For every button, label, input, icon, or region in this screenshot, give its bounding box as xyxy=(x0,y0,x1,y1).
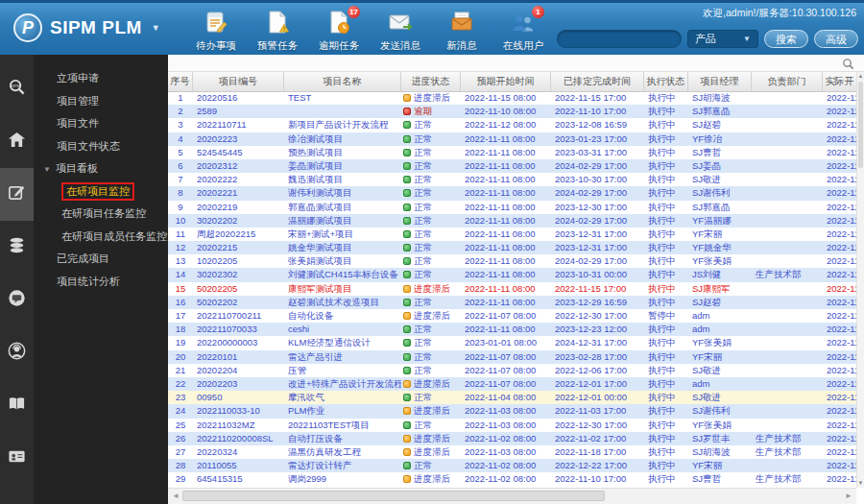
cell-project-code[interactable]: 10202205 xyxy=(193,254,284,268)
logo[interactable]: P SIPM PLM ▼ xyxy=(13,13,160,42)
table-row[interactable]: 2300950摩汛吹气正常2022-11-04 08:002022-12-01 … xyxy=(168,391,856,404)
table-row[interactable]: 18202211070033ceshi正常2022-11-11 08:00202… xyxy=(168,323,856,336)
cell-project-code[interactable]: 2589 xyxy=(193,105,284,118)
menu-item[interactable]: 项目统计分析 xyxy=(34,271,168,294)
toolbar-overdue-task[interactable]: 17逾期任务 xyxy=(308,10,370,53)
cell-project-name[interactable]: 调岗2999 xyxy=(284,472,401,486)
menu-item[interactable]: 项目文件状态 xyxy=(34,135,168,158)
column-header[interactable]: 项目编号 xyxy=(193,72,284,91)
table-row[interactable]: 19202200000003KLM经济型通信设计正常2023-01-01 08:… xyxy=(168,336,856,349)
menu-item[interactable]: 在研项目任务监控 xyxy=(34,203,168,226)
cell-project-name[interactable]: 温丽娜测试项目 xyxy=(284,214,401,228)
cell-project-name[interactable]: 20221103TEST项目 xyxy=(284,419,401,432)
cell-project-name[interactable]: 宋丽+测试+项目 xyxy=(284,228,401,241)
cell-project-code[interactable]: 50202205 xyxy=(193,282,284,296)
cell-project-name[interactable]: 温黑仿真研发工程 xyxy=(284,445,401,459)
toolbar-warning-task[interactable]: !预警任务 xyxy=(247,10,308,53)
cell-project-name[interactable]: TEST xyxy=(284,91,401,105)
table-row[interactable]: 1030202202温丽娜测试项目正常2022-11-11 08:002024-… xyxy=(168,214,856,228)
cell-project-name[interactable]: 自动化设备 xyxy=(284,309,401,323)
cell-project-name[interactable]: 自动打压设备 xyxy=(284,432,401,445)
cell-project-code[interactable]: 20110055 xyxy=(193,459,284,472)
cell-project-code[interactable]: 20220101 xyxy=(193,350,284,364)
column-header[interactable]: 预期开始时间 xyxy=(461,72,551,91)
column-header[interactable]: 项目名称 xyxy=(284,72,401,91)
scroll-left-icon[interactable]: ◄ xyxy=(172,489,180,504)
search-category-select[interactable]: 产品 ▼ xyxy=(687,30,758,48)
cell-project-name[interactable]: 康熙军测试项目 xyxy=(284,282,401,296)
cell-project-name[interactable]: 魏迅测试项目 xyxy=(284,173,401,186)
cell-project-name[interactable]: PLM作业 xyxy=(284,404,401,418)
cell-project-name[interactable]: 改进+特殊产品设计开发流程 xyxy=(284,377,401,391)
cell-project-code[interactable]: 00950 xyxy=(193,391,284,404)
cell-project-code[interactable]: 2022110033-10 xyxy=(193,404,284,418)
cell-project-name[interactable]: 姜晶测试项目 xyxy=(284,159,401,173)
menu-item[interactable]: 立项申请 xyxy=(34,67,168,90)
table-row[interactable]: 172022110700211自动化设备进度滞后2022-11-07 08:00… xyxy=(168,309,856,323)
column-header[interactable]: 负责部门 xyxy=(752,72,823,91)
cell-project-name[interactable]: 刘健测试CH415丰标台设备 xyxy=(284,268,401,281)
cell-project-name[interactable] xyxy=(284,105,401,118)
toolbar-send-message[interactable]: 发送消息 xyxy=(370,10,431,53)
cell-project-code[interactable]: 202211070033 xyxy=(193,323,284,336)
cell-project-name[interactable]: 摩汛吹气 xyxy=(284,391,401,404)
table-row[interactable]: 920202219郭嘉晶测试项目正常2022-11-11 08:002023-1… xyxy=(168,201,856,214)
rail-idcard-icon[interactable] xyxy=(0,432,34,485)
cell-project-code[interactable]: 20220516 xyxy=(193,91,284,105)
cell-project-code[interactable]: 20202219 xyxy=(193,201,284,214)
horizontal-scrollbar[interactable]: ◄ ► xyxy=(168,488,856,504)
cell-project-name[interactable]: 谢伟利测试项目 xyxy=(284,186,401,200)
table-row[interactable]: 1310202205张美娟测试项目正常2022-11-11 08:002024-… xyxy=(168,254,856,268)
cell-project-name[interactable]: 雷达产品引进 xyxy=(284,350,401,364)
table-row[interactable]: 820202221谢伟利测试项目正常2022-11-11 08:002024-0… xyxy=(168,186,856,200)
cell-project-name[interactable]: 赵碧测试技术改造项目 xyxy=(284,296,401,309)
cell-project-code[interactable]: 20202204 xyxy=(193,364,284,377)
toolbar-new-message[interactable]: 新消息 xyxy=(431,10,492,53)
cell-project-name[interactable]: 姚金华测试项目 xyxy=(284,241,401,254)
cell-project-name[interactable]: 郭嘉晶测试项目 xyxy=(284,201,401,214)
scroll-up-icon[interactable]: ▲ xyxy=(857,73,864,80)
chevron-down-icon[interactable]: ▼ xyxy=(152,23,160,33)
table-row[interactable]: 29645415315调岗2999进度滞后2022-11-02 08:00202… xyxy=(168,472,856,486)
table-row[interactable]: 2020220101雷达产品引进正常2022-11-07 08:002023-0… xyxy=(168,350,856,364)
cell-project-name[interactable]: 徐冶测试项目 xyxy=(284,132,401,146)
cell-project-name[interactable]: 预热测试项目 xyxy=(284,146,401,159)
cell-project-code[interactable]: 645415315 xyxy=(193,472,284,486)
table-row[interactable]: 2120202204压管正常2022-11-07 08:002022-12-06… xyxy=(168,364,856,377)
cell-project-code[interactable]: 50202202 xyxy=(193,296,284,309)
table-row[interactable]: 242022110033-10PLM作业进度滞后2022-11-03 08:00… xyxy=(168,404,856,418)
table-row[interactable]: 32022110711新项目产品设计开发流程正常2022-11-12 08:00… xyxy=(168,118,856,132)
menu-item[interactable]: 项目文件 xyxy=(34,112,168,135)
search-button[interactable]: 搜索 xyxy=(764,30,808,48)
table-row[interactable]: 120220516TEST进度滞后2022-11-15 08:002022-11… xyxy=(168,91,856,105)
cell-project-code[interactable]: 20202221 xyxy=(193,186,284,200)
rail-sipm-search-icon[interactable]: SIPM xyxy=(0,62,34,115)
cell-project-code[interactable]: 202200000003 xyxy=(193,336,284,349)
global-search-input[interactable] xyxy=(557,30,682,48)
column-header[interactable]: 实际开 xyxy=(823,72,856,91)
table-row[interactable]: 2820110055雷达灯设计转产正常2022-11-02 08:002022-… xyxy=(168,459,856,472)
table-row[interactable]: 22589逾期2022-11-10 08:002022-11-10 17:00执… xyxy=(168,105,856,118)
cell-project-name[interactable]: KLM经济型通信设计 xyxy=(284,336,401,349)
cell-project-code[interactable]: 202211032MZ xyxy=(193,419,284,432)
cell-project-code[interactable]: 20220324 xyxy=(193,445,284,459)
cell-project-code[interactable]: 周超20202215 xyxy=(193,228,284,241)
table-row[interactable]: 262022110200008SL自动打压设备进度滞后2022-11-02 08… xyxy=(168,432,856,445)
table-row[interactable]: 1550202205康熙军测试项目进度滞后2022-11-11 08:00202… xyxy=(168,282,856,296)
column-header[interactable]: 项目经理 xyxy=(688,72,752,91)
rail-home-icon[interactable] xyxy=(0,115,34,168)
column-header[interactable]: 序号 xyxy=(168,72,193,91)
cell-project-code[interactable]: 2022110700211 xyxy=(193,309,284,323)
toolbar-todo[interactable]: 待办事项 xyxy=(185,10,247,53)
scroll-down-icon[interactable]: ▼ xyxy=(857,480,864,487)
cell-project-code[interactable]: 20202223 xyxy=(193,132,284,146)
table-row[interactable]: 5524545445预热测试项目正常2022-11-11 08:002023-0… xyxy=(168,146,856,159)
cell-project-name[interactable]: 压管 xyxy=(284,364,401,377)
column-header[interactable]: 已排定完成时间 xyxy=(551,72,644,91)
cell-project-name[interactable]: 张美娟测试项目 xyxy=(284,254,401,268)
advanced-button[interactable]: 高级 xyxy=(814,30,858,48)
scroll-right-icon[interactable]: ► xyxy=(845,489,852,504)
vertical-scrollbar[interactable]: ▲ ▼ xyxy=(856,72,864,488)
cell-project-name[interactable]: 雷达灯设计转产 xyxy=(284,459,401,472)
cell-project-name[interactable]: 新项目产品设计开发流程 xyxy=(284,118,401,132)
